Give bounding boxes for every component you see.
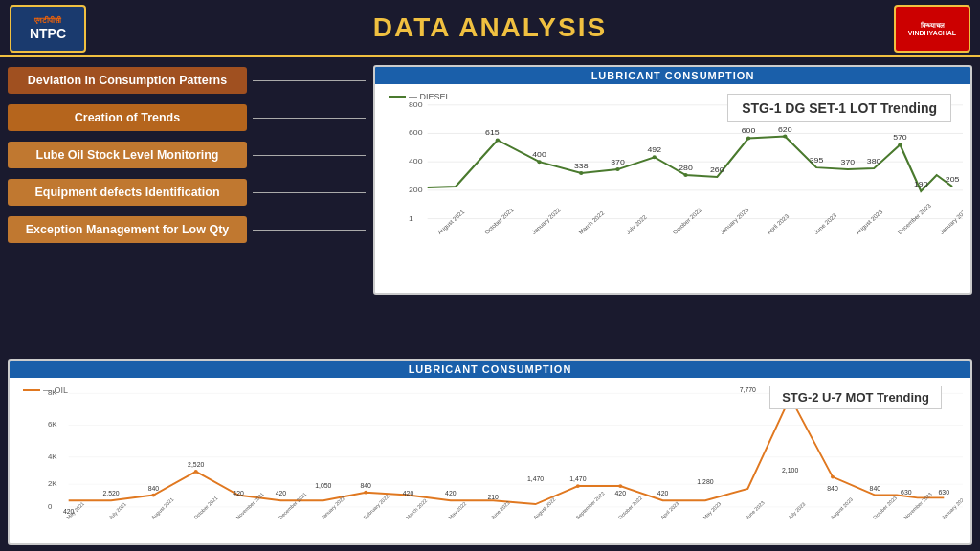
menu-btn-stock[interactable]: Lube Oil Stock Level Monitoring: [8, 142, 247, 168]
svg-text:July 2022: July 2022: [624, 213, 648, 235]
svg-point-59: [576, 484, 580, 488]
svg-text:205: 205: [946, 174, 960, 183]
svg-text:October 2023: October 2023: [872, 495, 898, 519]
svg-text:January 2024: January 2024: [938, 207, 963, 235]
svg-text:June 2022: June 2022: [490, 499, 511, 519]
svg-text:March 2022: March 2022: [577, 209, 606, 235]
svg-text:August 2021: August 2021: [435, 208, 466, 235]
chart-top-label: STG-1 DG SET-1 LOT Trending: [727, 94, 951, 122]
svg-text:May 2023: May 2023: [702, 501, 722, 520]
chart-bottom-body: STG-2 U-7 MOT Trending — OIL 8K 6K 4K 2K…: [10, 378, 970, 540]
svg-point-62: [831, 475, 835, 479]
svg-text:200: 200: [409, 185, 423, 193]
svg-text:615: 615: [485, 128, 500, 137]
menu-item-2: Creation of Trends: [8, 104, 366, 131]
svg-text:August 2021: August 2021: [150, 496, 175, 520]
svg-text:600: 600: [409, 128, 423, 137]
svg-text:June 2023: June 2023: [745, 499, 766, 519]
svg-text:420: 420: [276, 491, 287, 497]
menu-btn-defects[interactable]: Equipment defects Identification: [8, 179, 247, 206]
svg-text:2,520: 2,520: [102, 491, 119, 497]
chart-top-header: LUBRICANT CONSUMPTION: [375, 67, 970, 84]
svg-point-16: [746, 136, 750, 140]
svg-text:2,100: 2,100: [782, 467, 798, 474]
chart-top: LUBRICANT CONSUMPTION STG-1 DG SET-1 LOT…: [373, 65, 972, 295]
svg-text:January 2024: January 2024: [941, 495, 963, 519]
menu-dash-3: [253, 155, 366, 156]
svg-text:630: 630: [939, 489, 950, 496]
svg-text:June 2023: June 2023: [813, 211, 838, 235]
svg-text:370: 370: [611, 158, 625, 166]
svg-point-13: [615, 167, 619, 171]
svg-text:March 2022: March 2022: [405, 497, 429, 520]
svg-point-15: [683, 173, 687, 177]
svg-text:570: 570: [893, 133, 907, 142]
svg-text:1,470: 1,470: [527, 475, 544, 482]
svg-text:2,520: 2,520: [188, 461, 204, 468]
svg-text:4K: 4K: [48, 452, 57, 461]
svg-text:190: 190: [914, 179, 928, 187]
chart-top-body: STG-1 DG SET-1 LOT Trending — DIESEL 800…: [375, 84, 970, 287]
menu-dash-5: [253, 230, 366, 231]
menu-item-4: Equipment defects Identification: [8, 179, 366, 206]
page-title: DATA ANALYSIS: [373, 12, 607, 43]
svg-text:420: 420: [614, 491, 626, 497]
page-header: एनटीपीसी NTPC DATA ANALYSIS विन्ध्याचलVI…: [0, 0, 980, 57]
svg-point-60: [618, 484, 622, 488]
svg-text:400: 400: [532, 150, 546, 159]
svg-text:840: 840: [870, 485, 881, 492]
menu-item-1: Deviation in Consumption Patterns: [8, 67, 366, 94]
svg-text:395: 395: [810, 156, 824, 165]
menu-dash-2: [253, 118, 366, 119]
logo-text-ntpc: NTPC: [30, 26, 66, 41]
svg-text:1,050: 1,050: [315, 482, 331, 489]
menu-btn-deviation[interactable]: Deviation in Consumption Patterns: [8, 67, 247, 94]
svg-text:May 2022: May 2022: [447, 501, 467, 520]
svg-text:1,280: 1,280: [697, 478, 713, 485]
svg-text:840: 840: [148, 485, 160, 492]
svg-text:October 2022: October 2022: [617, 495, 643, 519]
svg-point-10: [496, 138, 500, 142]
svg-text:6K: 6K: [48, 421, 57, 430]
legend-label-diesel: — DIESEL: [409, 92, 451, 101]
svg-point-57: [194, 470, 198, 474]
svg-text:0: 0: [48, 502, 52, 511]
svg-text:380: 380: [867, 157, 881, 165]
svg-text:420: 420: [233, 491, 244, 497]
logo-text-vindhyachal: विन्ध्याचलVINDHYACHAL: [906, 20, 958, 38]
svg-point-58: [364, 491, 368, 495]
svg-point-12: [579, 171, 583, 175]
svg-point-18: [898, 143, 902, 146]
svg-text:400: 400: [409, 157, 423, 165]
svg-text:July 2021: July 2021: [107, 501, 127, 520]
menu-btn-trends[interactable]: Creation of Trends: [8, 104, 247, 131]
svg-text:September 2022: September 2022: [574, 490, 606, 519]
svg-text:April 2023: April 2023: [765, 212, 790, 235]
svg-text:1,470: 1,470: [569, 475, 586, 482]
menu-dash-1: [253, 80, 366, 81]
chart-bottom-legend: — OIL: [23, 386, 68, 395]
svg-text:420: 420: [657, 491, 669, 497]
svg-text:October 2021: October 2021: [192, 495, 218, 519]
svg-text:August 2023: August 2023: [829, 496, 854, 520]
svg-text:210: 210: [487, 494, 499, 500]
svg-text:April 2023: April 2023: [659, 500, 680, 520]
svg-text:October 2022: October 2022: [671, 207, 703, 235]
legend-line-diesel: [389, 96, 406, 98]
svg-text:October 2021: October 2021: [482, 207, 515, 235]
svg-text:7,770: 7,770: [740, 386, 756, 393]
svg-text:370: 370: [841, 158, 856, 166]
menu-btn-exception[interactable]: Exception Management for Low Qty: [8, 216, 247, 243]
svg-text:620: 620: [778, 124, 792, 133]
menu-item-3: Lube Oil Stock Level Monitoring: [8, 142, 366, 168]
svg-text:840: 840: [827, 485, 838, 492]
svg-point-56: [151, 494, 155, 497]
chart-top-legend: — DIESEL: [389, 92, 451, 101]
svg-text:600: 600: [742, 126, 756, 135]
svg-text:January 2023: January 2023: [718, 207, 750, 235]
svg-point-14: [653, 155, 657, 159]
svg-text:2K: 2K: [48, 479, 57, 488]
ntpc-logo: एनटीपीसी NTPC: [10, 5, 86, 53]
vindhyachal-logo: विन्ध्याचलVINDHYACHAL: [894, 5, 970, 53]
svg-text:July 2023: July 2023: [787, 501, 807, 520]
